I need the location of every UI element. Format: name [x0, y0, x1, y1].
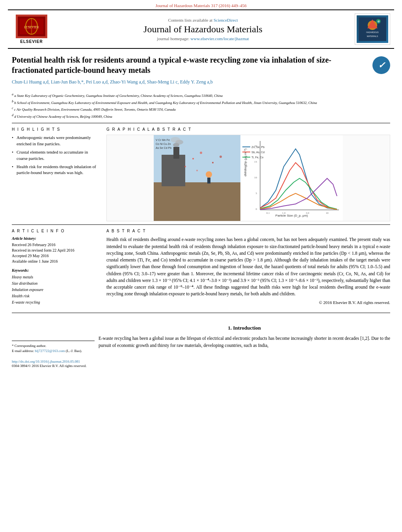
introduction-section: 1. Introduction E-waste recycling has be… — [99, 325, 390, 368]
footnote-content: * Corresponding author. E-mail address: … — [12, 341, 95, 353]
svg-rect-17 — [162, 155, 185, 186]
elsevier-text: ELSEVIER — [20, 39, 43, 44]
graphical-abstract-section: G R A P H I C A L A B S T R A C T — [106, 127, 390, 221]
journal-ref-text: Journal of Hazardous Materials 317 (2016… — [156, 3, 247, 8]
affil-b: b b School of Environment, Guangzhou Key… — [12, 99, 390, 106]
footnote-asterisk: * Corresponding author. — [12, 343, 95, 348]
divider-1 — [12, 123, 390, 123]
footnote-email-link[interactable]: blj727722@163.com — [35, 349, 65, 353]
svg-rect-18 — [173, 147, 179, 159]
hazardous-logo: HAZARDOUS MATERIALS 🌍 — [355, 13, 390, 45]
svg-text:Sb, As, Cd: Sb, As, Cd — [251, 151, 264, 154]
svg-point-21 — [171, 137, 180, 143]
elsevier-logo-image: ELSEVIER — [16, 15, 47, 38]
svg-text:dM/dlogDp (μg m⁻³): dM/dlogDp (μg m⁻³) — [244, 148, 247, 176]
graphical-abstract-heading: G R A P H I C A L A B S T R A C T — [106, 127, 390, 132]
svg-text:🌍: 🌍 — [377, 20, 380, 23]
footnote-email: E-mail address: blj727722@163.com (L.-J.… — [12, 348, 95, 354]
svg-text:Ti, Fe, Co: Ti, Fe, Co — [251, 156, 264, 159]
abstract-text: Health risk of residents dwelling around… — [106, 236, 390, 297]
issn-text: 0304-3894/© 2016 Elsevier B.V. All right… — [12, 363, 95, 369]
affiliations: a a State Key Laboratory of Organic Geoc… — [12, 92, 390, 119]
accepted-date: Accepted 29 May 2016 — [12, 253, 99, 259]
homepage-url[interactable]: www.elsevier.com/locate/jhazmat — [190, 36, 249, 41]
article-header: Potential health risk for residents arou… — [12, 55, 390, 87]
svg-point-28 — [220, 156, 222, 158]
graphical-abstract-image: V Cr Mn Fe Co Ni Cu Zn As Se Cd Pb — [106, 135, 390, 221]
svg-text:0.1: 0.1 — [266, 211, 270, 215]
keyword-1: Heavy metals — [12, 274, 99, 280]
svg-point-25 — [200, 152, 202, 154]
divider-2 — [12, 224, 390, 225]
svg-rect-23 — [207, 178, 210, 184]
abstract-heading: A B S T R A C T — [106, 229, 390, 233]
available-date: Available online 1 June 2016 — [12, 259, 99, 264]
svg-text:Zn, Se, Pb: Zn, Se, Pb — [251, 146, 264, 148]
page: Journal of Hazardous Materials 317 (2016… — [0, 0, 402, 532]
article-info-abstract-section: A R T I C L E I N F O Article history: R… — [12, 229, 390, 310]
article-info-section: A R T I C L E I N F O Article history: R… — [12, 229, 99, 310]
article-title: Potential health risk for residents arou… — [12, 55, 367, 75]
affil-a: a a State Key Laboratory of Organic Geoc… — [12, 92, 390, 98]
svg-point-24 — [192, 158, 194, 159]
svg-text:10: 10 — [254, 176, 257, 179]
svg-text:HAZARDOUS: HAZARDOUS — [366, 31, 379, 33]
introduction-text: E-waste recycling has been a global issu… — [99, 335, 390, 349]
hazardous-logo-image: HAZARDOUS MATERIALS 🌍 — [357, 15, 388, 43]
sciencedirect-link[interactable]: ScienceDirect — [214, 18, 238, 22]
svg-text:1.0: 1.0 — [282, 211, 286, 215]
svg-point-22 — [206, 171, 212, 178]
svg-text:3.0: 3.0 — [306, 211, 309, 215]
affil-d: d d University of Chinese Academy of Sci… — [12, 113, 390, 119]
received-revised-date: Received in revised form 22 April 2016 — [12, 248, 99, 253]
svg-text:ELSEVIER: ELSEVIER — [24, 26, 39, 29]
highlight-item-1: Anthropogenic metals were predominantly … — [12, 135, 99, 147]
svg-text:15: 15 — [254, 160, 257, 163]
keyword-2: Size distribution — [12, 280, 99, 287]
svg-point-27 — [212, 162, 214, 163]
doi-link[interactable]: http://dx.doi.org/10.1016/j.jhazmat.2016… — [12, 360, 95, 363]
abstract-copyright: © 2016 Elsevier B.V. All rights reserved… — [106, 300, 390, 305]
svg-text:Particle Size (D_p, μm): Particle Size (D_p, μm) — [275, 214, 308, 217]
affil-c: c c Air Quality Research Division, Envir… — [12, 106, 390, 112]
highlights-section: H I G H L I G H T S Anthropogenic metals… — [12, 127, 99, 221]
article-title-area: Potential health risk for residents arou… — [12, 55, 367, 87]
received-date: Received 26 February 2016 — [12, 242, 99, 248]
footnote-section: * Corresponding author. E-mail address: … — [12, 325, 99, 368]
svg-text:V  Cr  Mn  Fe: V Cr Mn Fe — [156, 139, 170, 141]
history-label: Article history: — [12, 236, 99, 241]
svg-rect-16 — [154, 182, 240, 221]
svg-text:5: 5 — [256, 192, 257, 195]
svg-text:Co  Ni  Cu  Zn: Co Ni Cu Zn — [156, 143, 171, 145]
highlight-item-3: Health risk for residents through inhala… — [12, 164, 99, 176]
highlights-graphical-section: H I G H L I G H T S Anthropogenic metals… — [12, 127, 390, 221]
journal-contents: Contents lists available at ScienceDirec… — [59, 18, 347, 22]
journal-title: Journal of Hazardous Materials — [59, 24, 347, 35]
introduction-number: 1. Introduction — [99, 325, 390, 331]
svg-text:0: 0 — [256, 208, 257, 211]
journal-header: ELSEVIER ELSEVIER Contents lists availab… — [8, 9, 394, 49]
divider-3 — [12, 313, 390, 313]
article-history-group: Article history: Received 26 February 20… — [12, 236, 99, 264]
svg-point-26 — [184, 166, 186, 167]
svg-point-29 — [196, 170, 198, 171]
highlights-list: Anthropogenic metals were predominantly … — [12, 135, 99, 176]
abstract-section: A B S T R A C T Health risk of residents… — [106, 229, 390, 310]
keywords-label: Keywords: — [12, 268, 99, 272]
highlight-item-2: Crustal elements tended to accumulate in… — [12, 149, 99, 161]
journal-homepage: journal homepage: www.elsevier.com/locat… — [59, 36, 347, 41]
bottom-section: * Corresponding author. E-mail address: … — [12, 325, 390, 368]
keywords-group: Keywords: Heavy metals Size distribution… — [12, 268, 99, 306]
keyword-3: Inhalation exposure — [12, 287, 99, 293]
crossmark-badge: ✓ — [372, 56, 390, 74]
article-info-heading: A R T I C L E I N F O — [12, 229, 99, 233]
highlights-heading: H I G H L I G H T S — [12, 127, 99, 132]
journal-center: Contents lists available at ScienceDirec… — [51, 18, 355, 41]
crossmark-area: ✓ — [367, 55, 390, 87]
keyword-4: Health risk — [12, 293, 99, 299]
svg-text:As  Se  Cd  Pb: As Se Cd Pb — [156, 146, 171, 149]
article-content: Potential health risk for residents arou… — [0, 49, 402, 374]
keywords-list: Heavy metals Size distribution Inhalatio… — [12, 274, 99, 306]
elsevier-logo: ELSEVIER ELSEVIER — [12, 15, 51, 44]
svg-text:10: 10 — [326, 211, 329, 215]
